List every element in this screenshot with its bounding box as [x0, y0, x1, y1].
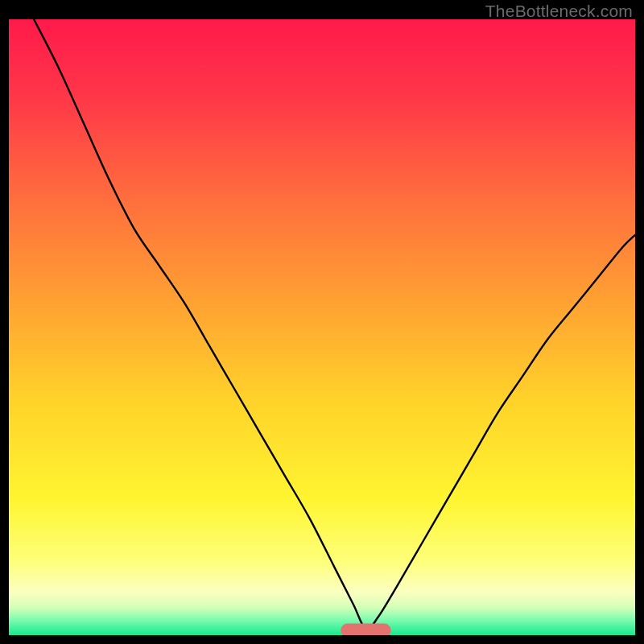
bottleneck-chart [9, 19, 635, 635]
watermark-text: TheBottleneck.com [485, 2, 633, 21]
optimal-marker [341, 623, 390, 635]
chart-frame [9, 19, 635, 635]
